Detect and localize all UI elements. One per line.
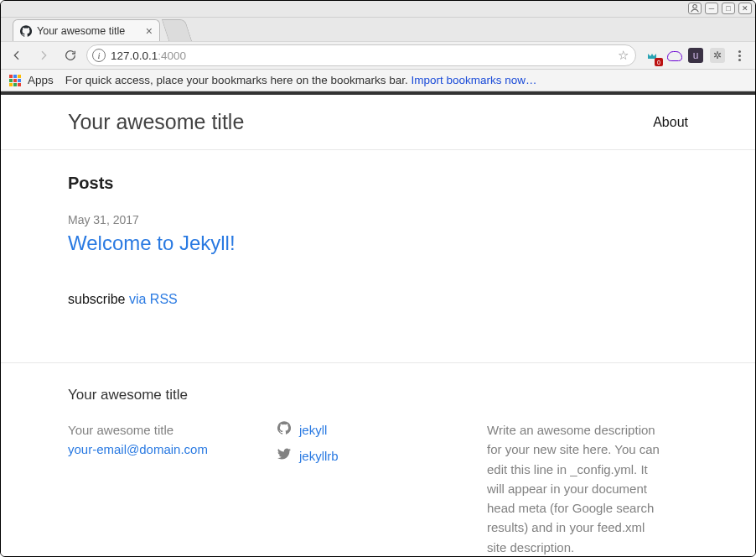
import-bookmarks-link[interactable]: Import bookmarks now… [411,74,536,86]
footer-col-social: jekyll jekyllrb [277,420,453,556]
subscribe-rss-link[interactable]: via RSS [129,292,178,306]
twitter-icon [277,446,291,466]
github-username-link[interactable]: jekyll [299,420,327,440]
browser-tabstrip: Your awesome title × [1,18,755,41]
apps-grid-icon[interactable] [9,75,21,86]
window-minimize-button[interactable]: ─ [705,3,718,14]
apps-label[interactable]: Apps [28,74,54,86]
bookmarks-bar: Apps For quick access, place your bookma… [1,70,755,91]
footer-col-contact: Your awesome title your-email@domain.com [68,420,244,556]
nav-back-button[interactable] [6,44,28,66]
address-bar[interactable]: i 127.0.0.1:4000 ☆ [86,44,636,66]
site-footer: Your awesome title Your awesome title yo… [1,362,755,556]
tab-close-icon[interactable]: × [146,25,153,37]
bookmark-star-icon[interactable]: ☆ [618,48,629,63]
window-close-button[interactable]: ✕ [738,3,752,14]
url-host: 127.0.0.1 [111,49,158,62]
post-date: May 31, 2017 [68,213,688,226]
bookmarks-hint-text: For quick access, place your bookmarks h… [65,74,537,86]
footer-site-name: Your awesome title [68,420,244,440]
url-text: 127.0.0.1:4000 [111,49,613,62]
extension-cloud-icon[interactable] [666,48,681,63]
os-titlebar: ─ □ ✕ [1,1,755,18]
post-title-link[interactable]: Welcome to Jekyll! [68,232,236,254]
nav-forward-button[interactable] [33,44,54,66]
extension-icons: 0 u ✲ [641,48,750,63]
browser-tab-active[interactable]: Your awesome title × [13,19,160,41]
github-icon [277,420,291,440]
footer-col-description: Write an awesome description for your ne… [487,420,663,556]
page-viewport[interactable]: Your awesome title About Posts May 31, 2… [1,95,755,556]
extension-badge: 0 [655,58,663,66]
browser-toolbar: i 127.0.0.1:4000 ☆ 0 u ✲ [1,41,755,70]
window-maximize-button[interactable]: □ [722,3,735,14]
new-tab-button[interactable] [162,19,192,41]
browser-tab-title: Your awesome title [37,25,125,37]
footer-email-link[interactable]: your-email@domain.com [68,442,208,456]
site-main: Posts May 31, 2017 Welcome to Jekyll! su… [1,150,755,362]
subscribe-prefix: subscribe [68,292,129,306]
browser-menu-button[interactable] [732,48,747,63]
site-info-icon[interactable]: i [92,49,106,62]
github-favicon-icon [20,25,32,37]
subscribe-line: subscribe via RSS [68,292,688,307]
extension-mendeley-icon[interactable]: 0 [645,48,660,63]
svg-point-0 [693,5,697,9]
site-header: Your awesome title About [1,95,755,150]
footer-title: Your awesome title [68,387,663,403]
os-user-icon[interactable] [688,3,702,14]
nav-reload-button[interactable] [60,44,81,66]
url-port: :4000 [158,49,186,62]
posts-heading: Posts [68,174,688,193]
extension-gear-icon[interactable]: ✲ [710,48,725,63]
site-title[interactable]: Your awesome title [68,110,244,134]
extension-ublock-icon[interactable]: u [688,48,703,63]
twitter-username-link[interactable]: jekyllrb [299,446,339,466]
nav-about-link[interactable]: About [653,115,688,130]
kebab-menu-icon [732,48,747,63]
post-item: May 31, 2017 Welcome to Jekyll! [68,213,688,255]
